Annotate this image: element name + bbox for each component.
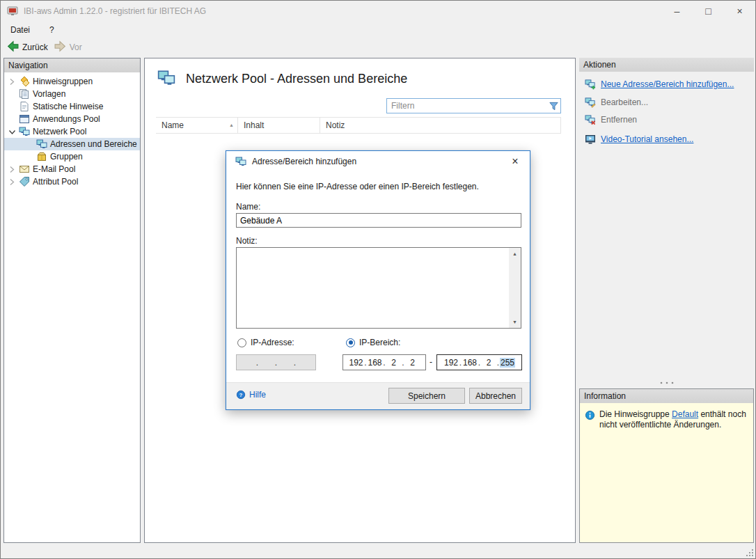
information-text: Die Hinweisgruppe Default enthält noch n…: [599, 409, 748, 430]
ip-address-radio[interactable]: IP-Adresse:: [237, 338, 294, 347]
filter-box: [386, 98, 561, 113]
maximize-button[interactable]: □: [693, 1, 724, 22]
title-bar[interactable]: IBI-aws Admin 1.22.0 - registriert für I…: [1, 1, 755, 22]
ip-octet: 2: [481, 358, 496, 368]
action-label: Neue Adresse/Bereich hinzufügen...: [601, 79, 734, 89]
action-video-tutorial[interactable]: Video-Tutorial ansehen...: [585, 134, 693, 145]
information-panel: Information Die Hinweisgruppe Default en…: [579, 388, 754, 543]
radio-unchecked-icon: [237, 338, 246, 347]
information-text-before: Die Hinweisgruppe: [599, 409, 672, 419]
column-header-name[interactable]: Name ▲: [156, 118, 238, 133]
scroll-up-icon[interactable]: ▲: [512, 248, 517, 260]
ip-range-radio[interactable]: IP-Bereich:: [346, 338, 400, 347]
tree-item-label: E-Mail Pool: [33, 164, 75, 174]
add-address-dialog: Adresse/Bereich hinzufügen × Hier können…: [226, 150, 530, 410]
tree-item-label: Hinweisgruppen: [33, 77, 93, 86]
chevron-right-icon[interactable]: [6, 77, 17, 86]
info-icon: [585, 410, 595, 420]
tag-icon: [19, 176, 30, 187]
ip-range-radio-label: IP-Bereich:: [359, 338, 400, 347]
single-ip-input[interactable]: ...: [236, 354, 316, 370]
action-remove[interactable]: Entfernen: [585, 114, 637, 125]
help-icon: [236, 390, 246, 400]
default-group-link[interactable]: Default: [672, 409, 698, 419]
action-label: Entfernen: [601, 115, 637, 125]
splitter-dots-icon: [659, 381, 675, 384]
textarea-scrollbar[interactable]: ▲ ▼: [509, 248, 521, 328]
tree-item-netzwerk-pool[interactable]: Netzwerk Pool: [4, 125, 140, 138]
information-body: Die Hinweisgruppe Default enthält noch n…: [580, 403, 753, 542]
note-textarea[interactable]: [237, 248, 521, 328]
panel-splitter[interactable]: [579, 378, 754, 387]
ip-octet: 2: [405, 358, 420, 368]
name-input[interactable]: [236, 213, 521, 228]
menu-item-help[interactable]: ?: [45, 25, 59, 35]
column-header-inhalt[interactable]: Inhalt: [238, 118, 320, 133]
tree-item-label: Statische Hinweise: [33, 102, 103, 111]
forward-arrow-icon: [54, 40, 66, 54]
resize-grip-icon[interactable]: [746, 549, 754, 557]
dialog-close-button[interactable]: ×: [501, 151, 530, 172]
chevron-down-icon[interactable]: [6, 127, 17, 136]
tree-item-hinweisgruppen[interactable]: Hinweisgruppen: [4, 75, 140, 88]
tree-item-attribut-pool[interactable]: Attribut Pool: [4, 175, 140, 188]
tree-item-label: Gruppen: [50, 152, 83, 162]
tree-item-anwendungs-pool[interactable]: Anwendungs Pool: [4, 113, 140, 125]
page-title: Netzwerk Pool - Adressen und Bereiche: [186, 72, 407, 86]
ip-octet-selected: 255: [500, 358, 515, 368]
filter-input[interactable]: [387, 99, 546, 113]
ip-octet: 168: [462, 358, 478, 368]
ip-octet: 192: [349, 358, 364, 368]
chevron-right-icon[interactable]: [6, 165, 17, 174]
templates-icon: [19, 88, 30, 100]
tree-item-label: Netzwerk Pool: [33, 127, 86, 136]
column-label: Notiz: [326, 120, 345, 130]
cancel-button[interactable]: Abbrechen: [469, 388, 522, 404]
note-label: Notiz:: [236, 236, 258, 246]
ip-octet: 2: [386, 358, 402, 368]
chevron-right-icon[interactable]: [6, 178, 17, 187]
window-controls: – □ ×: [661, 1, 755, 22]
tree-item-gruppen[interactable]: Gruppen: [4, 150, 140, 163]
maximize-icon: □: [705, 6, 711, 17]
toolbar: Zurück Vor: [1, 38, 755, 56]
forward-button[interactable]: Vor: [54, 40, 82, 54]
network-pool-icon: [156, 69, 177, 89]
dialog-title-bar[interactable]: Adresse/Bereich hinzufügen ×: [226, 151, 530, 172]
dialog-description: Hier können Sie eine IP-Adresse oder ein…: [236, 182, 479, 191]
column-header-notiz[interactable]: Notiz: [320, 118, 561, 133]
tree-item-label: Anwendungs Pool: [33, 114, 100, 124]
list-header: Name ▲ Inhalt Notiz: [156, 117, 561, 134]
content-title-row: Netzwerk Pool - Adressen und Bereiche: [156, 69, 407, 89]
action-add-address[interactable]: Neue Adresse/Bereich hinzufügen...: [585, 79, 734, 90]
tree-item-vorlagen[interactable]: Vorlagen: [4, 88, 140, 100]
filter-funnel-icon[interactable]: [546, 101, 560, 111]
help-link[interactable]: Hilfe: [236, 390, 266, 400]
navigation-panel: Navigation Hinweisgruppen Vorlagen Stati…: [3, 58, 141, 543]
ip-address-radio-label: IP-Adresse:: [251, 338, 294, 347]
network-computers-icon: [235, 156, 246, 167]
save-button[interactable]: Speichern: [388, 388, 465, 404]
menu-item-datei[interactable]: Datei: [6, 25, 35, 35]
dialog-footer: Hilfe Speichern Abbrechen: [226, 382, 530, 409]
tree-item-email-pool[interactable]: E-Mail Pool: [4, 163, 140, 175]
column-label: Inhalt: [244, 120, 264, 130]
tree-item-adressen-und-bereiche[interactable]: Adressen und Bereiche: [4, 138, 140, 150]
action-label: Bearbeiten...: [601, 97, 648, 107]
minimize-button[interactable]: –: [661, 1, 693, 22]
dialog-title: Adresse/Bereich hinzufügen: [252, 157, 356, 166]
ip-range-start-input[interactable]: 192.168.2.2: [342, 354, 426, 370]
app-logo-icon: [7, 6, 18, 17]
scroll-down-icon[interactable]: ▼: [512, 316, 517, 328]
help-link-label: Hilfe: [249, 390, 266, 400]
envelope-icon: [19, 164, 30, 175]
ip-range-end-input[interactable]: 192.168.2.255: [436, 354, 522, 370]
close-button[interactable]: ×: [724, 1, 755, 22]
tree-item-statische-hinweise[interactable]: Statische Hinweise: [4, 100, 140, 113]
ip-mode-radio-group: IP-Adresse: IP-Bereich:: [236, 338, 520, 349]
action-edit[interactable]: Bearbeiten...: [585, 97, 648, 108]
note-textarea-wrap: ▲ ▼: [236, 247, 521, 329]
navigation-header: Navigation: [4, 58, 140, 72]
back-button[interactable]: Zurück: [7, 40, 48, 54]
notes-group-icon: [19, 76, 30, 87]
